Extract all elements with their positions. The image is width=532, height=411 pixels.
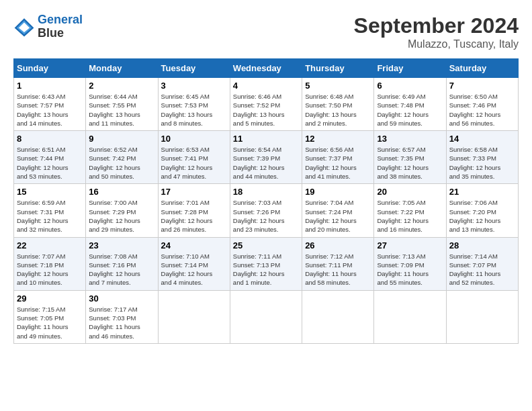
empty-cell — [158, 290, 230, 343]
day-cell-29: 29Sunrise: 7:15 AM Sunset: 7:05 PM Dayli… — [14, 290, 86, 343]
day-info: Sunrise: 6:57 AM Sunset: 7:35 PM Dayligh… — [377, 145, 443, 181]
logo-line1: General — [38, 13, 83, 26]
day-cell-28: 28Sunrise: 7:14 AM Sunset: 7:07 PM Dayli… — [446, 237, 518, 290]
day-cell-30: 30Sunrise: 7:17 AM Sunset: 7:03 PM Dayli… — [86, 290, 158, 343]
day-info: Sunrise: 7:03 AM Sunset: 7:26 PM Dayligh… — [233, 198, 299, 234]
day-cell-9: 9Sunrise: 6:52 AM Sunset: 7:42 PM Daylig… — [86, 131, 158, 184]
day-info: Sunrise: 7:08 AM Sunset: 7:16 PM Dayligh… — [89, 252, 154, 287]
day-number: 18 — [233, 187, 299, 197]
day-cell-24: 24Sunrise: 7:10 AM Sunset: 7:14 PM Dayli… — [158, 237, 230, 290]
header-day-thursday: Thursday — [302, 59, 374, 78]
day-cell-23: 23Sunrise: 7:08 AM Sunset: 7:16 PM Dayli… — [86, 237, 158, 290]
day-info: Sunrise: 6:44 AM Sunset: 7:55 PM Dayligh… — [89, 92, 154, 128]
day-cell-11: 11Sunrise: 6:54 AM Sunset: 7:39 PM Dayli… — [230, 131, 302, 184]
day-info: Sunrise: 6:53 AM Sunset: 7:41 PM Dayligh… — [161, 145, 227, 181]
day-cell-20: 20Sunrise: 7:05 AM Sunset: 7:22 PM Dayli… — [374, 184, 446, 237]
day-cell-14: 14Sunrise: 6:58 AM Sunset: 7:33 PM Dayli… — [446, 131, 518, 184]
day-number: 24 — [161, 240, 227, 250]
day-number: 26 — [305, 240, 371, 250]
logo-icon — [13, 16, 35, 38]
day-info: Sunrise: 7:11 AM Sunset: 7:13 PM Dayligh… — [233, 252, 299, 287]
day-cell-25: 25Sunrise: 7:11 AM Sunset: 7:13 PM Dayli… — [230, 237, 302, 290]
day-number: 23 — [89, 240, 154, 250]
day-info: Sunrise: 7:10 AM Sunset: 7:14 PM Dayligh… — [161, 252, 227, 287]
week-row-3: 15Sunrise: 6:59 AM Sunset: 7:31 PM Dayli… — [14, 184, 519, 237]
day-info: Sunrise: 7:15 AM Sunset: 7:05 PM Dayligh… — [17, 305, 83, 340]
day-number: 10 — [161, 134, 227, 144]
day-cell-18: 18Sunrise: 7:03 AM Sunset: 7:26 PM Dayli… — [230, 184, 302, 237]
day-cell-19: 19Sunrise: 7:04 AM Sunset: 7:24 PM Dayli… — [302, 184, 374, 237]
empty-cell — [374, 290, 446, 343]
day-number: 11 — [233, 134, 299, 144]
day-cell-26: 26Sunrise: 7:12 AM Sunset: 7:11 PM Dayli… — [302, 237, 374, 290]
header-day-tuesday: Tuesday — [158, 59, 230, 78]
day-info: Sunrise: 7:04 AM Sunset: 7:24 PM Dayligh… — [305, 198, 371, 234]
day-info: Sunrise: 7:14 AM Sunset: 7:07 PM Dayligh… — [449, 252, 515, 287]
day-info: Sunrise: 7:17 AM Sunset: 7:03 PM Dayligh… — [89, 305, 154, 340]
day-info: Sunrise: 7:07 AM Sunset: 7:18 PM Dayligh… — [17, 252, 83, 287]
day-cell-8: 8Sunrise: 6:51 AM Sunset: 7:44 PM Daylig… — [14, 131, 86, 184]
day-number: 21 — [449, 187, 515, 197]
day-cell-6: 6Sunrise: 6:49 AM Sunset: 7:48 PM Daylig… — [374, 78, 446, 131]
page-container: General Blue September 2024 Mulazzo, Tus… — [13, 13, 519, 344]
header-day-wednesday: Wednesday — [230, 59, 302, 78]
empty-cell — [302, 290, 374, 343]
day-cell-27: 27Sunrise: 7:13 AM Sunset: 7:09 PM Dayli… — [374, 237, 446, 290]
header-day-friday: Friday — [374, 59, 446, 78]
week-row-4: 22Sunrise: 7:07 AM Sunset: 7:18 PM Dayli… — [14, 237, 519, 290]
day-number: 16 — [89, 187, 154, 197]
logo-text: General Blue — [38, 13, 83, 40]
day-info: Sunrise: 6:43 AM Sunset: 7:57 PM Dayligh… — [17, 92, 83, 128]
empty-cell — [230, 290, 302, 343]
day-cell-17: 17Sunrise: 7:01 AM Sunset: 7:28 PM Dayli… — [158, 184, 230, 237]
location-title: Mulazzo, Tuscany, Italy — [354, 38, 519, 50]
week-row-2: 8Sunrise: 6:51 AM Sunset: 7:44 PM Daylig… — [14, 131, 519, 184]
day-number: 28 — [449, 240, 515, 250]
calendar-table: SundayMondayTuesdayWednesdayThursdayFrid… — [13, 58, 519, 344]
day-cell-7: 7Sunrise: 6:50 AM Sunset: 7:46 PM Daylig… — [446, 78, 518, 131]
day-number: 1 — [17, 81, 83, 91]
day-number: 17 — [161, 187, 227, 197]
day-number: 20 — [377, 187, 443, 197]
day-info: Sunrise: 7:01 AM Sunset: 7:28 PM Dayligh… — [161, 198, 227, 234]
day-info: Sunrise: 6:48 AM Sunset: 7:50 PM Dayligh… — [305, 92, 371, 128]
day-info: Sunrise: 6:51 AM Sunset: 7:44 PM Dayligh… — [17, 145, 83, 181]
week-row-1: 1Sunrise: 6:43 AM Sunset: 7:57 PM Daylig… — [14, 78, 519, 131]
day-cell-15: 15Sunrise: 6:59 AM Sunset: 7:31 PM Dayli… — [14, 184, 86, 237]
day-cell-16: 16Sunrise: 7:00 AM Sunset: 7:29 PM Dayli… — [86, 184, 158, 237]
day-info: Sunrise: 6:50 AM Sunset: 7:46 PM Dayligh… — [449, 92, 515, 128]
day-info: Sunrise: 6:45 AM Sunset: 7:53 PM Dayligh… — [161, 92, 227, 128]
day-number: 9 — [89, 134, 154, 144]
day-number: 30 — [89, 293, 154, 304]
day-info: Sunrise: 6:58 AM Sunset: 7:33 PM Dayligh… — [449, 145, 515, 181]
logo-line2: Blue — [38, 27, 83, 40]
header-row: SundayMondayTuesdayWednesdayThursdayFrid… — [14, 59, 519, 78]
week-row-5: 29Sunrise: 7:15 AM Sunset: 7:05 PM Dayli… — [14, 290, 519, 343]
day-cell-22: 22Sunrise: 7:07 AM Sunset: 7:18 PM Dayli… — [14, 237, 86, 290]
day-number: 14 — [449, 134, 515, 144]
day-number: 2 — [89, 81, 154, 91]
day-number: 27 — [377, 240, 443, 250]
day-cell-3: 3Sunrise: 6:45 AM Sunset: 7:53 PM Daylig… — [158, 78, 230, 131]
day-cell-12: 12Sunrise: 6:56 AM Sunset: 7:37 PM Dayli… — [302, 131, 374, 184]
title-section: September 2024 Mulazzo, Tuscany, Italy — [354, 13, 519, 50]
day-info: Sunrise: 6:56 AM Sunset: 7:37 PM Dayligh… — [305, 145, 371, 181]
logo: General Blue — [13, 13, 83, 40]
day-number: 5 — [305, 81, 371, 91]
header: General Blue September 2024 Mulazzo, Tus… — [13, 13, 519, 50]
day-number: 8 — [17, 134, 83, 144]
header-day-saturday: Saturday — [446, 59, 518, 78]
day-cell-21: 21Sunrise: 7:06 AM Sunset: 7:20 PM Dayli… — [446, 184, 518, 237]
day-cell-13: 13Sunrise: 6:57 AM Sunset: 7:35 PM Dayli… — [374, 131, 446, 184]
day-cell-5: 5Sunrise: 6:48 AM Sunset: 7:50 PM Daylig… — [302, 78, 374, 131]
day-info: Sunrise: 6:49 AM Sunset: 7:48 PM Dayligh… — [377, 92, 443, 128]
day-info: Sunrise: 7:05 AM Sunset: 7:22 PM Dayligh… — [377, 198, 443, 234]
day-info: Sunrise: 6:59 AM Sunset: 7:31 PM Dayligh… — [17, 198, 83, 234]
day-cell-4: 4Sunrise: 6:46 AM Sunset: 7:52 PM Daylig… — [230, 78, 302, 131]
day-info: Sunrise: 6:46 AM Sunset: 7:52 PM Dayligh… — [233, 92, 299, 128]
day-number: 6 — [377, 81, 443, 91]
day-info: Sunrise: 7:13 AM Sunset: 7:09 PM Dayligh… — [377, 252, 443, 287]
day-number: 19 — [305, 187, 371, 197]
day-number: 12 — [305, 134, 371, 144]
day-info: Sunrise: 7:06 AM Sunset: 7:20 PM Dayligh… — [449, 198, 515, 234]
